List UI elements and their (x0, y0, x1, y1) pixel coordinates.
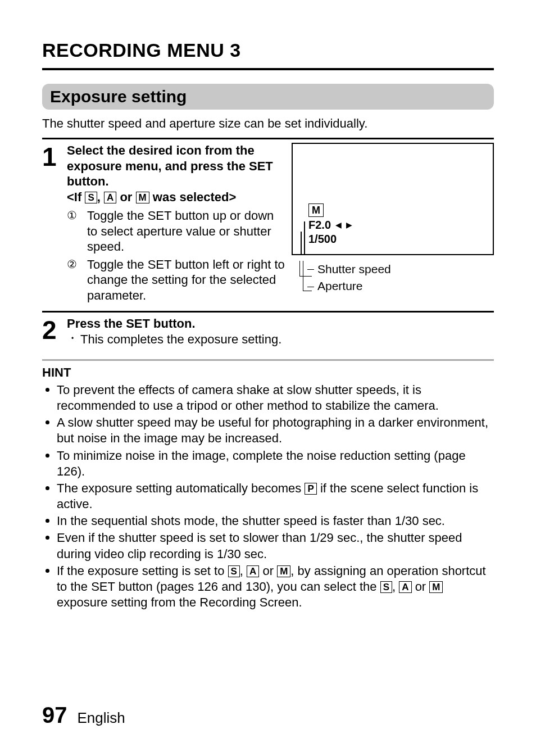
step-2: 2 Press the SET button. This completes t… (42, 316, 494, 348)
section-title: Exposure setting (42, 84, 494, 110)
hint-item-5: In the sequential shots mode, the shutte… (42, 513, 494, 529)
page-footer: 97 English (42, 703, 125, 728)
mode-m-icon: M (136, 192, 149, 204)
step-number-1: 1 (42, 143, 67, 170)
step-number-2: 2 (42, 316, 67, 343)
step1-heading: Select the desired icon from the exposur… (67, 143, 286, 189)
lcd-figure: M F2.0 ◀ ▶ 1/500 Shutter sp (292, 143, 494, 305)
mode-p-icon: P (305, 483, 316, 495)
hint7-e: , (392, 580, 399, 594)
divider (42, 311, 494, 313)
page-language: English (78, 709, 125, 727)
hint-item-2: A slow shutter speed may be useful for p… (42, 415, 494, 446)
mode-a-icon: A (247, 565, 259, 578)
hint-list: To prevent the effects of camera shake a… (42, 382, 494, 610)
hint7-f: or (412, 580, 430, 594)
hint-title: HINT (42, 365, 494, 380)
cond-suffix: was selected> (149, 190, 237, 204)
hint-item-7: If the exposure setting is set to S, A o… (42, 563, 494, 610)
hint7-g: exposure setting from the Recording Scre… (57, 595, 302, 609)
divider (42, 138, 494, 139)
mode-m-icon: M (277, 565, 290, 578)
circled-2-icon: ② (67, 257, 77, 271)
step2-heading: Press the SET button. (67, 316, 494, 332)
intro-text: The shutter speed and aperture size can … (42, 116, 494, 131)
callout-aperture-label: Aperture (317, 278, 494, 295)
cond-prefix: <If (67, 190, 85, 204)
mode-s-icon: S (85, 192, 97, 204)
lcd-shutter-value: 1/500 (308, 232, 353, 246)
page-number: 97 (42, 703, 67, 728)
hint7-b: , (240, 564, 247, 578)
hint4-a: The exposure setting automatically becom… (57, 481, 305, 495)
lcd-mode-m-icon: M (308, 203, 324, 218)
mode-a-icon: A (399, 581, 411, 594)
step2-bullet: This completes the exposure setting. (67, 332, 494, 347)
hint-divider (42, 359, 494, 361)
step1-sub1: ① Toggle the SET button up or down to se… (67, 208, 286, 255)
cond-mid2: or (116, 190, 135, 204)
mode-m-icon: M (429, 581, 443, 594)
callout-shutter-label: Shutter speed (317, 261, 494, 278)
step1-sub2-text: Toggle the SET button left or right to c… (87, 257, 285, 302)
step-1: 1 Select the desired icon from the expos… (42, 143, 494, 305)
cond-mid1: , (97, 190, 104, 204)
lcd-aperture-value: F2.0 (308, 218, 331, 232)
mode-s-icon: S (228, 565, 240, 578)
step1-condition: <If S, A or M was selected> (67, 189, 286, 205)
mode-a-icon: A (104, 192, 116, 204)
step1-sub2: ② Toggle the SET button left or right to… (67, 257, 286, 304)
hint-item-1: To prevent the effects of camera shake a… (42, 382, 494, 414)
hint-item-6: Even if the shutter speed is set to slow… (42, 530, 494, 562)
circled-1-icon: ① (67, 209, 77, 223)
hint7-a: If the exposure setting is set to (57, 564, 228, 578)
lcd-screen: M F2.0 ◀ ▶ 1/500 (292, 143, 494, 255)
step1-sub1-text: Toggle the SET button up or down to sele… (87, 209, 274, 253)
page-title: RECORDING MENU 3 (42, 39, 494, 70)
hint-item-3: To minimize noise in the image, complete… (42, 448, 494, 479)
hint7-c: or (259, 564, 277, 578)
nav-arrows-icon: ◀ ▶ (335, 220, 353, 230)
mode-s-icon: S (380, 581, 392, 594)
hint-item-4: The exposure setting automatically becom… (42, 481, 494, 512)
